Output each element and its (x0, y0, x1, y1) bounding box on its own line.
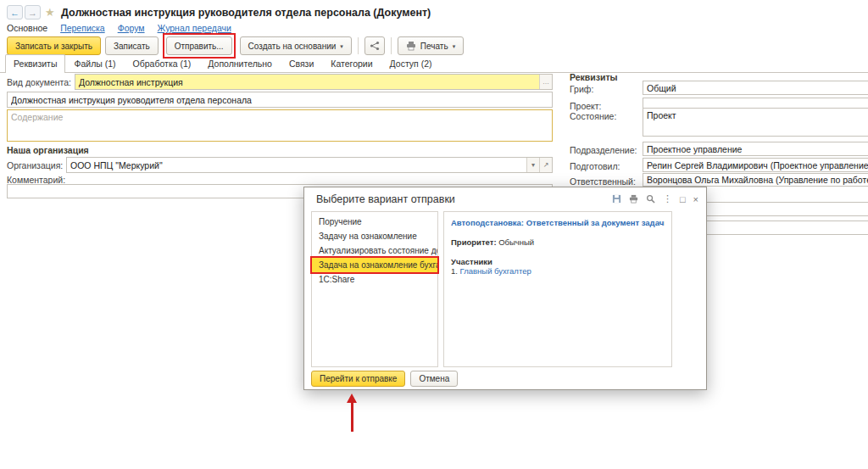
department-field[interactable]: Проектное управление (643, 142, 868, 156)
page-title: Должностная инструкция руководителя отде… (61, 7, 431, 19)
chevron-down-icon: ▾ (453, 43, 456, 49)
dialog-buttons: Перейти к отправке Отмена (311, 371, 458, 387)
option-1c-share[interactable]: 1С:Share (312, 272, 437, 287)
option-actualize-state[interactable]: Актуализировать состояние документа (312, 243, 437, 258)
toolbar-separator (358, 37, 359, 54)
document-window: ← → ★ Должностная инструкция руководител… (0, 0, 868, 469)
close-icon[interactable]: × (693, 194, 698, 204)
requisites-group-header: Реквизиты (570, 72, 618, 82)
organization-label: Организация: (7, 160, 63, 170)
priority-line: Приоритет: Обычный (451, 237, 665, 247)
tab-requisites[interactable]: Реквизиты (5, 54, 65, 73)
participant-link[interactable]: Главный бухгалтер (460, 266, 531, 276)
prepared-by-field[interactable]: Репин Сергей Владимирович (Проектное упр… (643, 158, 868, 172)
tab-access[interactable]: Доступ (2) (381, 54, 441, 72)
document-name-input[interactable] (7, 92, 553, 108)
tab-categories[interactable]: Категории (322, 54, 381, 72)
back-button[interactable]: ← (7, 5, 23, 20)
chevron-down-icon[interactable]: ▾ (526, 158, 539, 172)
chevron-down-icon: ▾ (340, 43, 343, 49)
grif-value: Общий (643, 83, 868, 93)
priority-value: Обычный (498, 237, 534, 247)
print-button[interactable]: Печать ▾ (398, 36, 464, 55)
forward-button[interactable]: → (25, 5, 41, 20)
participant-number: 1. (451, 266, 458, 276)
magnifier-icon[interactable] (646, 194, 655, 204)
doc-kind-value: Должностная инструкция (75, 77, 539, 87)
annotation-arrow-head (347, 394, 357, 403)
participant-row: 1. Главный бухгалтер (451, 266, 665, 276)
send-variant-dialog: Выберите вариант отправки ⋮ □ × Поручени… (303, 187, 707, 390)
state-field[interactable]: Проект (643, 108, 868, 137)
state-label: Состояние: (570, 111, 616, 121)
tab-additional[interactable]: Дополнительно (199, 54, 281, 72)
save-button[interactable]: Записать (105, 36, 159, 55)
save-icon[interactable] (612, 194, 621, 204)
share-icon (370, 41, 380, 51)
create-based-on-label: Создать на основании (248, 42, 337, 51)
share-button[interactable] (364, 36, 385, 55)
responsible-label: Ответственный: (570, 176, 636, 187)
priority-label: Приоритет: (451, 237, 497, 247)
toolbar-separator (391, 37, 392, 54)
project-label: Проект: (570, 101, 602, 111)
proceed-to-send-button[interactable]: Перейти к отправке (311, 371, 405, 387)
printer-icon (406, 41, 416, 51)
content-textarea[interactable] (7, 109, 553, 142)
department-value: Проектное управление (643, 144, 868, 154)
favorite-star-icon[interactable]: ★ (45, 6, 55, 19)
print-label: Печать (420, 42, 448, 51)
state-value: Проект (643, 109, 868, 120)
maximize-icon[interactable]: □ (680, 194, 686, 204)
tab-bar: Реквизиты Файлы (1) Обработка (1) Дополн… (0, 54, 868, 73)
organization-field[interactable]: ООО НПЦ "Меркурий" ▾ ↗ (66, 157, 553, 173)
menu-item-main[interactable]: Основное (7, 23, 47, 33)
save-and-close-button[interactable]: Записать и закрыть (7, 36, 101, 55)
menu-item-transfer-log[interactable]: Журнал передачи (158, 23, 231, 33)
option-acquaintance-task[interactable]: Задачу на ознакомление (312, 229, 437, 243)
send-button[interactable]: Отправить... (166, 36, 232, 55)
grif-field[interactable]: Общий (643, 81, 868, 95)
responsible-field[interactable]: Воронцова Ольга Михайловна (Управление п… (643, 173, 868, 187)
open-link-icon[interactable]: ↗ (539, 158, 552, 172)
cancel-button[interactable]: Отмена (410, 371, 458, 387)
grif-label: Гриф: (570, 84, 593, 94)
tab-links[interactable]: Связи (281, 54, 322, 72)
option-assignment[interactable]: Поручение (312, 215, 437, 229)
doc-kind-label: Вид документа: (7, 77, 71, 87)
send-variant-list: Поручение Задачу на ознакомление Актуали… (311, 211, 438, 367)
department-label: Подразделение: (570, 145, 637, 155)
dialog-window-controls: ⋮ □ × (612, 193, 698, 204)
variant-details-panel: Автоподстановка: Ответственный за докуме… (443, 211, 672, 367)
prepared-by-label: Подготовил: (570, 161, 620, 171)
responsible-value: Воронцова Ольга Михайловна (Управление п… (643, 175, 868, 185)
menu-item-forum[interactable]: Форум (118, 23, 145, 33)
tab-files[interactable]: Файлы (1) (65, 54, 124, 72)
prepared-by-value: Репин Сергей Владимирович (Проектное упр… (643, 160, 868, 170)
autofill-text: Автоподстановка: Ответственный за докуме… (451, 218, 665, 227)
tab-processing[interactable]: Обработка (1) (125, 54, 200, 72)
doc-kind-field[interactable]: Должностная инструкция … (75, 74, 553, 90)
annotation-arrow-shaft (351, 401, 353, 432)
participants-header: Участники (451, 257, 665, 266)
dialog-title: Выберите вариант отправки (316, 193, 455, 205)
our-organization-group-header: Наша организация (7, 145, 89, 155)
printer-icon[interactable] (629, 194, 638, 204)
create-based-on-button[interactable]: Создать на основании ▾ (240, 36, 352, 55)
section-menu: Основное Переписка Форум Журнал передачи (7, 23, 231, 33)
annotation-arrow (347, 394, 357, 433)
choose-ellipsis-icon[interactable]: … (539, 75, 552, 89)
menu-item-correspondence[interactable]: Переписка (60, 23, 105, 33)
kebab-menu-icon[interactable]: ⋮ (663, 193, 672, 204)
organization-value: ООО НПЦ "Меркурий" (67, 160, 526, 170)
option-accountant-acquaintance-task[interactable]: Задача на ознакомление бухгалтеру (312, 258, 437, 272)
